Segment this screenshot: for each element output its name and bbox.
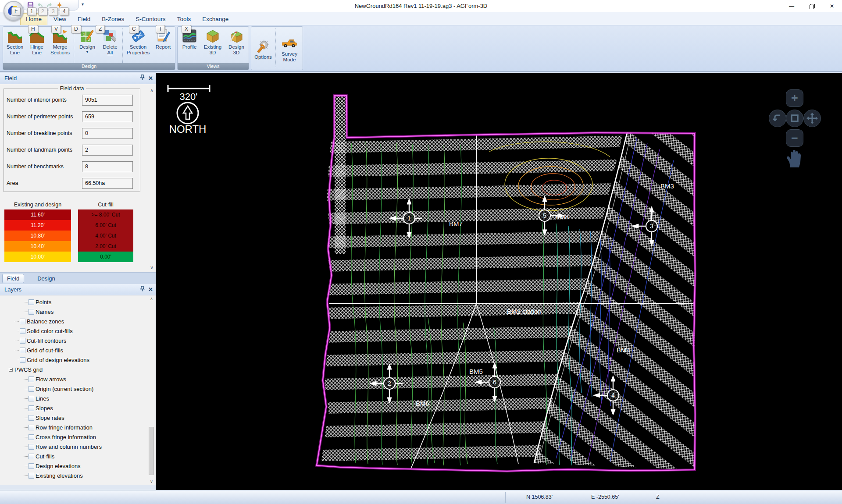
window-title: NewGroundRd164 Rev1 11-19-19.ag3 - AGFor… — [0, 3, 842, 9]
close-button[interactable]: ✕ — [822, 0, 842, 12]
rotate-view-button[interactable] — [769, 110, 786, 127]
zoom-in-button[interactable]: + — [786, 89, 803, 107]
checkbox[interactable] — [29, 473, 34, 479]
landmark-points-field[interactable] — [82, 145, 133, 156]
layer-item-cut-fills[interactable]: Cut-fills — [0, 451, 156, 461]
ribbon: SectionLine HingeLine MergeSections 13 D… — [0, 25, 842, 72]
ribbon-separator — [74, 28, 74, 67]
scroll-down-icon[interactable]: ∨ — [148, 479, 155, 484]
checkbox[interactable] — [29, 415, 34, 421]
layer-item-grid-of-design-elevations[interactable]: Grid of design elevations — [0, 355, 156, 365]
checkbox[interactable] — [20, 319, 25, 324]
layer-item-origin-current-section[interactable]: Origin (current section) — [0, 384, 156, 394]
scale-label: 320' — [180, 91, 198, 102]
pin-icon[interactable] — [140, 73, 145, 84]
group-label-design: Design — [3, 63, 175, 70]
layers-panel-header: Layers ✕ — [0, 284, 156, 295]
layer-item-points[interactable]: Points — [0, 297, 156, 307]
close-panel-icon[interactable]: ✕ — [148, 284, 153, 295]
layer-item-solid-color-cut-fills[interactable]: Solid color cut-fills — [0, 326, 156, 336]
checkbox[interactable] — [20, 328, 25, 334]
existing-3d-icon — [205, 28, 221, 44]
legend-row: >= 8.00' Cut — [78, 209, 133, 220]
ribbon-tab-row: Home View Field B-Zones S-Contours Tools… — [0, 12, 842, 25]
checkbox[interactable] — [29, 444, 34, 450]
layer-item-names[interactable]: Names — [0, 307, 156, 316]
svg-text:1: 1 — [407, 215, 411, 222]
design-3d-button[interactable]: Design3D — [225, 28, 248, 64]
pan-button[interactable] — [803, 110, 821, 127]
scroll-up-icon[interactable]: ∧ — [148, 296, 155, 301]
keytip-3: 3 — [49, 7, 58, 16]
options-gear-icon — [255, 38, 271, 54]
layer-item-balance-zones[interactable]: Balance zones — [0, 316, 156, 326]
benchmarks-field[interactable] — [82, 161, 133, 172]
benchmark-label: BM4 — [617, 346, 630, 354]
layer-item-pwcs-grid[interactable]: PWCS grid — [0, 365, 156, 374]
checkbox[interactable] — [29, 299, 34, 305]
checkbox[interactable] — [29, 386, 34, 392]
north-label: NORTH — [169, 123, 207, 135]
checkbox[interactable] — [29, 309, 34, 315]
pin-icon[interactable] — [140, 284, 145, 295]
tree-collapse-icon[interactable] — [9, 368, 13, 372]
layer-item-row-and-column-numbers[interactable]: Row and column numbers — [0, 442, 156, 451]
options-button[interactable]: Options — [252, 28, 274, 70]
panel-tab-design[interactable]: Design — [33, 274, 59, 283]
survey-mode-truck-icon — [282, 35, 297, 51]
restore-button[interactable] — [802, 0, 822, 12]
breakline-points-field[interactable] — [82, 128, 133, 139]
existing-3d-button[interactable]: Existing3D — [200, 28, 225, 64]
survey-mode-button[interactable]: SurveyMode — [277, 28, 302, 70]
keytip-home: H — [28, 25, 38, 33]
layers-scrollbar[interactable]: ∧ ∨ — [148, 296, 155, 484]
layer-item-slopes[interactable]: Slopes — [0, 403, 156, 413]
legend-row: 10.80' — [4, 231, 71, 241]
scroll-up-icon[interactable]: ∧ — [150, 88, 153, 93]
checkbox[interactable] — [29, 454, 34, 459]
section-line-button[interactable]: SectionLine — [4, 28, 26, 64]
tab-s-contours[interactable]: S-Contours — [130, 14, 171, 25]
layer-item-cross-fringe-information[interactable]: Cross fringe information — [0, 432, 156, 442]
interior-points-field[interactable] — [82, 95, 133, 106]
panel-tab-field[interactable]: Field — [2, 274, 24, 283]
qat-customize-dropdown-icon[interactable]: ▾ — [82, 2, 84, 7]
layer-item-slope-rates[interactable]: Slope rates — [0, 413, 156, 422]
minimize-button[interactable]: — — [781, 0, 802, 12]
tab-tools[interactable]: Tools — [172, 14, 196, 25]
field-map-drawing: 320' NORTH 1 — [156, 73, 842, 490]
checkbox[interactable] — [20, 357, 25, 363]
checkbox[interactable] — [29, 425, 34, 430]
map-canvas[interactable]: 320' NORTH 1 — [156, 73, 842, 490]
ribbon-separator — [275, 28, 276, 67]
legend-row: 2.00' Cut — [78, 241, 133, 252]
layer-item-existing-elevations[interactable]: Existing elevations — [0, 471, 156, 480]
area-field[interactable] — [82, 178, 133, 189]
grab-hand-icon[interactable] — [785, 150, 803, 167]
checkbox[interactable] — [20, 338, 25, 344]
layer-item-lines[interactable]: Lines — [0, 394, 156, 403]
scroll-down-icon[interactable]: ∨ — [150, 265, 153, 270]
layer-item-grid-of-cut-fills[interactable]: Grid of cut-fills — [0, 345, 156, 355]
checkbox[interactable] — [29, 376, 34, 382]
tab-exchange[interactable]: Exchange — [197, 14, 234, 25]
checkbox[interactable] — [29, 396, 34, 401]
checkbox[interactable] — [20, 348, 25, 353]
zoom-out-button[interactable]: − — [786, 129, 803, 147]
svg-text:1: 1 — [83, 32, 85, 36]
legend-row: 11.20' — [4, 220, 71, 231]
tab-field[interactable]: Field — [72, 14, 96, 25]
layer-item-row-fringe-information[interactable]: Row fringe information — [0, 422, 156, 432]
perimeter-points-field[interactable] — [82, 111, 133, 122]
scrollbar-thumb[interactable] — [149, 427, 154, 475]
tab-b-zones[interactable]: B-Zones — [96, 14, 129, 25]
checkbox[interactable] — [29, 434, 34, 440]
zoom-extents-button[interactable] — [786, 110, 803, 127]
layer-item-design-elevations[interactable]: Design elevations — [0, 461, 156, 471]
existing-design-legend-title: Existing and design — [4, 202, 71, 208]
layer-item-cut-fill-contours[interactable]: Cut-fill contours — [0, 336, 156, 345]
checkbox[interactable] — [29, 463, 34, 469]
layer-item-flow-arrows[interactable]: Flow arrows — [0, 374, 156, 384]
checkbox[interactable] — [29, 405, 34, 411]
close-panel-icon[interactable]: ✕ — [148, 73, 153, 84]
